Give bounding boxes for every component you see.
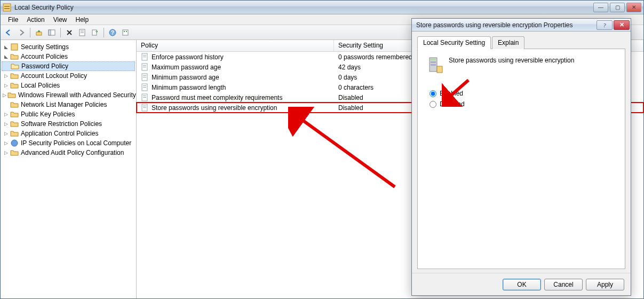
tree-label: Local Policies [21,82,60,89]
folder-open-icon [11,62,19,70]
radio-disabled-row[interactable]: Disabled [430,100,616,108]
tree-account-policies[interactable]: ◣ Account Policies [2,52,135,61]
tree-account-lockout-policy[interactable]: ▷ Account Lockout Policy [2,71,135,81]
policy-setting: Disabled [338,104,363,112]
policy-icon [141,93,149,102]
help-button[interactable]: ? [107,27,118,38]
dialog-title: Store passwords using reversible encrypt… [416,21,595,29]
svg-rect-12 [123,30,128,35]
tree-software-restriction[interactable]: ▷Software Restriction Policies [2,119,135,129]
svg-rect-15 [11,44,18,50]
expand-icon[interactable]: ▷ [3,121,9,127]
svg-rect-39 [437,66,442,73]
tree-root[interactable]: ◣ Security Settings [2,42,135,52]
close-button[interactable]: ✕ [626,3,641,12]
tree-ip-security[interactable]: ▷IP Security Policies on Local Computer [2,138,135,148]
column-policy[interactable]: Policy [137,40,334,51]
radio-disabled-label: Disabled [440,100,465,108]
policy-setting: Disabled [338,94,363,101]
tree-advanced-audit[interactable]: ▷Advanced Audit Policy Configuration [2,148,135,158]
svg-rect-31 [143,97,146,98]
svg-rect-18 [143,55,146,56]
tree-panel: ◣ Security Settings ◣ Account Policies [1,40,137,298]
refresh-button[interactable] [120,27,131,38]
show-hide-tree-button[interactable] [46,27,58,38]
svg-rect-38 [431,64,436,66]
toolbar-separator [30,28,30,37]
apply-button[interactable]: Apply [586,279,624,290]
radio-enabled[interactable] [430,90,436,97]
policy-icon [141,53,149,61]
dialog-close-button[interactable]: ✕ [614,20,630,30]
collapse-icon[interactable]: ◣ [3,53,9,60]
tree-label: Windows Firewall with Advanced Security [18,91,136,99]
tree-network-list[interactable]: Network List Manager Policies [2,100,135,109]
tab-explain[interactable]: Explain [492,36,524,49]
expander-blank [3,101,9,108]
svg-rect-36 [431,59,436,60]
toolbar-separator [60,28,61,37]
tree-local-policies[interactable]: ▷Local Policies [2,81,135,90]
radio-enabled-row[interactable]: Enabled [430,90,616,97]
app-icon [3,3,11,12]
tree-label: Application Control Policies [21,130,98,137]
policy-icon [141,73,149,82]
export-button[interactable] [89,27,101,38]
folder-icon [10,129,19,138]
folder-icon [10,110,19,119]
dialog-help-button[interactable]: ? [597,20,613,30]
expand-icon[interactable]: ▷ [3,92,6,98]
tab-panel: Store passwords using reversible encrypt… [417,49,625,269]
tree-windows-firewall[interactable]: ▷Windows Firewall with Advanced Security [2,90,135,100]
expand-icon[interactable]: ▷ [3,111,9,117]
menu-action[interactable]: Action [22,15,49,25]
back-button[interactable] [3,27,14,38]
folder-icon [10,52,19,61]
tree-label: Password Policy [21,62,68,70]
minimize-button[interactable]: — [593,3,608,12]
delete-button[interactable] [63,27,75,38]
properties-button[interactable] [76,27,88,38]
svg-rect-33 [143,106,146,106]
expand-icon[interactable]: ▷ [3,140,9,146]
tree-label: Network List Manager Policies [21,101,107,108]
expand-icon[interactable]: ▷ [3,150,9,156]
menu-file[interactable]: File [4,15,22,25]
forward-button[interactable] [15,27,27,38]
svg-rect-14 [126,31,127,32]
expand-icon[interactable]: ▷ [3,73,9,79]
svg-point-16 [11,140,18,146]
svg-rect-9 [92,30,97,35]
window-buttons: — ▢ ✕ [593,3,641,12]
ok-button[interactable]: OK [503,279,541,290]
tree-password-policy[interactable]: Password Policy [2,61,135,71]
svg-rect-0 [3,4,11,11]
dialog-heading: Store passwords using reversible encrypt… [449,57,574,64]
window-title: Local Security Policy [14,4,593,11]
menu-help[interactable]: Help [71,15,93,25]
properties-dialog: Store passwords using reversible encrypt… [411,18,631,296]
svg-rect-24 [143,75,146,76]
radio-disabled[interactable] [430,101,436,108]
folder-icon [10,100,19,109]
expand-icon[interactable]: ▷ [3,130,9,137]
up-button[interactable] [33,27,45,38]
tree-application-control[interactable]: ▷Application Control Policies [2,129,135,138]
maximize-button[interactable]: ▢ [610,3,625,12]
tree-public-key[interactable]: ▷Public Key Policies [2,109,135,119]
folder-icon [10,81,19,90]
server-icon [426,57,443,74]
cancel-button[interactable]: Cancel [544,279,583,290]
dialog-tabs: Local Security Setting Explain [417,36,625,49]
expand-icon[interactable]: ▷ [3,82,9,89]
policy-icon [141,104,149,112]
collapse-icon[interactable]: ◣ [3,44,9,50]
folder-icon [10,72,19,80]
toolbar-separator [104,28,104,37]
svg-rect-5 [49,30,51,35]
dialog-titlebar: Store passwords using reversible encrypt… [412,19,631,32]
menu-view[interactable]: View [49,15,71,25]
tree-label: Account Lockout Policy [21,72,87,80]
policy-name: Maximum password age [152,64,221,71]
tab-local-security-setting[interactable]: Local Security Setting [417,36,491,49]
